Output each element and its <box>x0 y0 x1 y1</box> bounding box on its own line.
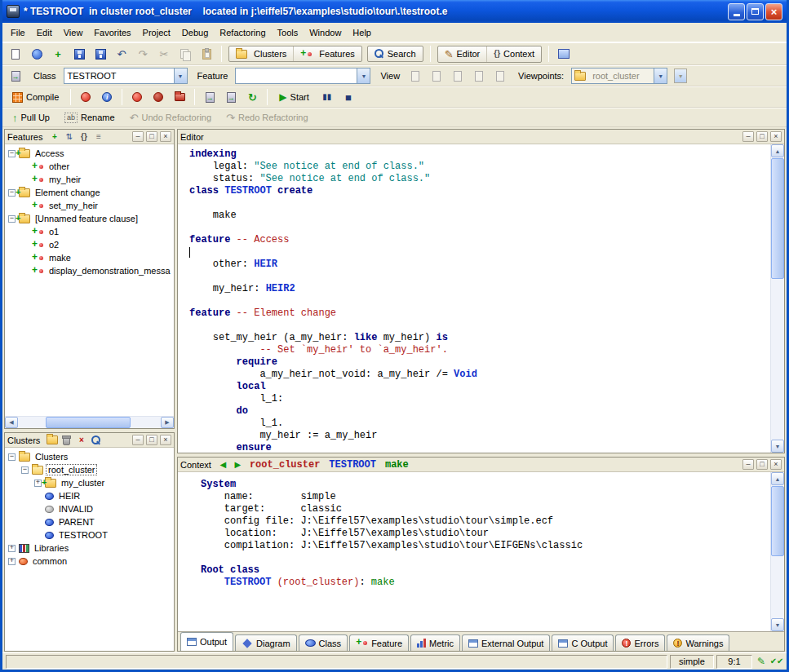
tree-item-parent[interactable]: PARENT <box>5 515 174 528</box>
editor-minimize-button[interactable]: – <box>742 131 754 142</box>
tree-item-display-demonstration-messa[interactable]: display_demonstration_messa <box>5 264 174 277</box>
compile-button[interactable]: Compile <box>6 88 65 106</box>
titlebar[interactable]: * TESTROOT in cluster root_cluster locat… <box>2 0 787 23</box>
melt-button[interactable] <box>127 88 147 106</box>
context-scroll-up-button[interactable]: ▲ <box>771 472 784 485</box>
menu-file[interactable]: File <box>5 24 31 41</box>
tree-item-o2[interactable]: o2 <box>5 238 174 251</box>
menu-refactoring[interactable]: Refactoring <box>214 24 271 41</box>
context-vscrollbar[interactable]: ▲ ▼ <box>770 472 784 631</box>
viewpoints-overflow-dropdown[interactable]: ▼ <box>674 69 687 83</box>
menu-tools[interactable]: Tools <box>272 24 304 41</box>
pull-up-button[interactable]: ↑ Pull Up <box>6 108 56 126</box>
editor-toggle-button[interactable]: ✎ Editor <box>438 46 488 62</box>
tree-item-testroot[interactable]: TESTROOT <box>5 528 174 542</box>
editor-scroll-down-button[interactable]: ▼ <box>771 440 784 453</box>
context-forward-button[interactable]: ▶ <box>232 459 244 471</box>
tree-list-button[interactable]: ≡ <box>92 131 104 143</box>
expander-minus-icon[interactable]: − <box>21 466 29 474</box>
tree-item-heir[interactable]: HEIR <box>5 489 174 502</box>
tab-errors[interactable]: !Errors <box>615 634 665 651</box>
expander-plus-icon[interactable]: + <box>8 545 16 552</box>
new-cluster-button[interactable] <box>46 435 58 446</box>
finalize-button[interactable] <box>170 88 189 106</box>
redo-button[interactable]: ↷ <box>133 45 153 63</box>
paste-button[interactable] <box>197 45 216 63</box>
context-back-button[interactable]: ◀ <box>217 459 229 471</box>
expander-minus-icon[interactable]: − <box>8 453 16 461</box>
alphabetic-sort-button[interactable]: ⇅ <box>63 131 75 143</box>
menu-debug[interactable]: Debug <box>176 24 214 41</box>
expander-minus-icon[interactable]: − <box>8 150 16 157</box>
cut-button[interactable]: ✂ <box>154 45 174 63</box>
new-document-button[interactable] <box>6 45 25 63</box>
tree-item-libraries[interactable]: +Libraries <box>5 542 174 555</box>
freeze-button[interactable] <box>76 88 95 106</box>
features-toggle-button[interactable]: Features <box>294 46 361 61</box>
menu-window[interactable]: Window <box>304 24 347 41</box>
compile-info-button[interactable]: i <box>97 88 117 106</box>
context-crumb-feature[interactable]: make <box>382 459 412 471</box>
undo-refactoring-button[interactable]: ↶ Undo Refactoring <box>123 108 219 126</box>
viewpoints-combobox[interactable]: root_cluster ▼ <box>571 68 667 84</box>
context-crumb-cluster[interactable]: root_cluster <box>246 459 323 471</box>
minimize-button[interactable] <box>728 3 745 20</box>
tree-item-my-cluster[interactable]: +my_cluster <box>5 476 174 489</box>
save-button[interactable] <box>69 45 89 63</box>
tab-diagram[interactable]: Diagram <box>235 634 297 651</box>
editor-scroll-up-button[interactable]: ▲ <box>771 144 784 157</box>
menu-project[interactable]: Project <box>137 24 176 41</box>
clusters-close-button[interactable]: × <box>160 435 171 445</box>
tree-item-o1[interactable]: o1 <box>5 225 174 238</box>
context-output-area[interactable]: System name: simple target: classic conf… <box>178 472 770 631</box>
editor-close-button[interactable]: × <box>770 131 782 142</box>
tab-output[interactable]: Output <box>180 632 233 651</box>
stop-button[interactable]: ■ <box>339 88 358 106</box>
freeze-all-button[interactable] <box>148 88 168 106</box>
start-button[interactable]: ▶ Start <box>273 88 315 106</box>
tree-item-other[interactable]: other <box>5 160 174 173</box>
contract-view-button[interactable] <box>469 67 489 85</box>
remove-class-button[interactable]: × <box>75 435 87 446</box>
search-class-button[interactable] <box>90 435 102 446</box>
tree-item-invalid[interactable]: INVALID <box>5 502 174 515</box>
class-combobox[interactable]: TESTROOT ▼ <box>64 68 188 84</box>
menu-view[interactable]: View <box>58 24 89 41</box>
menu-edit[interactable]: Edit <box>31 24 58 41</box>
tab-feature[interactable]: Feature <box>349 634 409 651</box>
restore-button[interactable] <box>747 3 764 20</box>
features-close-button[interactable]: × <box>160 131 171 142</box>
expander-plus-icon[interactable]: + <box>34 480 42 487</box>
features-hscrollbar[interactable]: ◀ ▶ <box>5 416 174 428</box>
tab-external-output[interactable]: External Output <box>462 634 550 651</box>
clickable-view-button[interactable] <box>427 67 446 85</box>
tab-c-output[interactable]: C Output <box>552 634 614 651</box>
context-close-button[interactable]: × <box>770 459 782 470</box>
feature-combobox[interactable]: ▼ <box>235 68 370 84</box>
context-maximize-button[interactable]: □ <box>756 459 768 470</box>
class-combo-dropdown[interactable]: ▼ <box>174 69 187 83</box>
tree-item-root-cluster[interactable]: −root_cluster <box>5 463 174 476</box>
editor-vscroll-thumb[interactable] <box>771 158 784 279</box>
refresh-button[interactable]: ↻ <box>242 88 262 106</box>
add-class-button[interactable]: + <box>48 45 68 63</box>
open-button[interactable] <box>27 45 47 63</box>
viewpoints-combo-dropdown[interactable]: ▼ <box>654 69 667 83</box>
expander-minus-icon[interactable]: − <box>8 215 16 223</box>
context-crumb-class[interactable]: TESTROOT <box>326 459 379 471</box>
tree-item-element-change[interactable]: −Element change <box>5 186 174 199</box>
tree-item-make[interactable]: make <box>5 251 174 264</box>
clusters-minimize-button[interactable]: – <box>132 435 144 445</box>
scroll-right-button[interactable]: ▶ <box>161 417 174 428</box>
expander-plus-icon[interactable]: + <box>8 558 16 565</box>
pause-button[interactable]: ▮▮ <box>317 88 337 106</box>
close-button[interactable]: × <box>765 3 782 20</box>
context-minimize-button[interactable]: – <box>742 459 754 470</box>
tree-item-common[interactable]: +common <box>5 555 174 568</box>
save-all-button[interactable] <box>91 45 110 63</box>
feature-clauses-button[interactable]: + <box>48 131 60 143</box>
features-maximize-button[interactable]: □ <box>146 131 157 142</box>
tree-item-my-heir[interactable]: my_heir <box>5 173 174 186</box>
signatures-button[interactable]: {} <box>78 131 90 143</box>
rename-button[interactable]: ab Rename <box>58 108 122 126</box>
